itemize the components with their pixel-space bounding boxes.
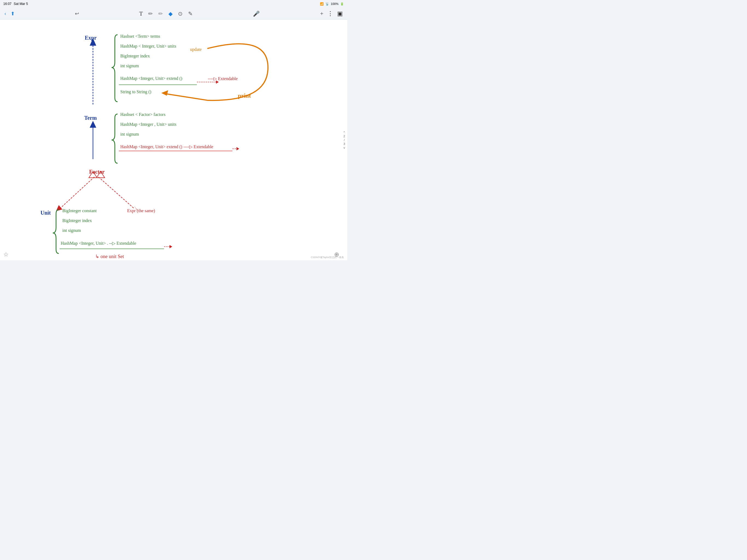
- mic-button[interactable]: 🎤: [253, 10, 260, 17]
- term-field-3: HashMap <Integer, Unit> extend () ----▷ …: [120, 144, 213, 149]
- wifi-icon: 📶: [320, 2, 324, 6]
- select-tool[interactable]: ⊙: [178, 10, 183, 17]
- shape-tool[interactable]: ◆: [169, 10, 173, 17]
- term-field-1: HashMap <Integer , Unit> units: [120, 122, 176, 127]
- term-field-2: int signum: [120, 132, 139, 137]
- battery-icon: 🔋: [340, 2, 344, 6]
- expr-field-1: HashMap < Integer, Unit> units: [120, 44, 176, 49]
- svg-marker-13: [161, 90, 168, 96]
- expr-extendable: ----▷ Extendable: [208, 76, 238, 81]
- expr-field-0: Hashset <Term> terms: [120, 34, 160, 39]
- lasso-tool[interactable]: ✎: [188, 10, 193, 17]
- factor-label: Factor: [89, 169, 105, 175]
- page-slash: /: [344, 138, 344, 142]
- share-button[interactable]: ⬆: [11, 11, 15, 17]
- add-button[interactable]: +: [320, 10, 324, 17]
- unit-field-3: HashMap <Integer, Unit> . --▷ Extendable: [61, 240, 136, 246]
- update-label: update: [190, 47, 202, 52]
- one-unit-set: ↳ one unit Set: [95, 253, 124, 259]
- unit-field-2: int signum: [62, 228, 81, 233]
- toolbar-right: + ⋮ ▣: [320, 10, 343, 17]
- svg-line-4: [60, 177, 94, 208]
- svg-marker-17: [236, 147, 239, 150]
- status-left: 16:07 Sat Mar 5: [3, 2, 28, 6]
- page-current: 2: [343, 134, 345, 138]
- date: Sat Mar 5: [14, 2, 28, 6]
- scroll-up[interactable]: ^: [343, 131, 345, 134]
- drawing-layer: [0, 20, 347, 260]
- scroll-indicators: ^ 2 / 3 v: [343, 131, 345, 149]
- pen-tool-1[interactable]: ✏: [148, 10, 153, 17]
- toolbar-left: ‹ ⬆: [4, 10, 15, 17]
- unit-field-0: BigInteger constant: [62, 208, 97, 213]
- status-right: 📶 📡 100% 🔋: [320, 2, 344, 6]
- signal-icon: 📡: [325, 2, 329, 6]
- status-bar: 16:07 Sat Mar 5 📶 📡 100% 🔋: [0, 0, 347, 8]
- expr-label: Expr: [85, 35, 97, 41]
- svg-marker-19: [170, 245, 172, 248]
- term-field-0: Hashset < Factor> factors: [120, 112, 165, 117]
- time: 16:07: [3, 2, 11, 6]
- svg-marker-5: [56, 205, 62, 211]
- print-label: print: [238, 92, 251, 99]
- doc-button[interactable]: ▣: [337, 10, 343, 17]
- svg-marker-3: [90, 121, 96, 128]
- canvas: Expr Hashset <Term> terms HashMap < Inte…: [0, 20, 347, 260]
- expr-same-label: Expr (the same): [127, 208, 155, 213]
- star-button[interactable]: ☆: [3, 251, 9, 258]
- toolbar: ‹ ⬆ ↩ T ✏ ✏ ◆ ⊙ ✎ 🎤 + ⋮ ▣: [0, 8, 347, 20]
- expr-field-2: BigInteger index: [120, 54, 150, 58]
- back-button[interactable]: ‹: [4, 10, 6, 17]
- unit-label: Unit: [41, 210, 51, 216]
- expr-field-3: int signum: [120, 63, 139, 68]
- battery: 100%: [331, 2, 338, 5]
- pen-tool-2[interactable]: ✏: [158, 10, 163, 17]
- more-button[interactable]: ⋮: [327, 10, 333, 17]
- scroll-down[interactable]: v: [343, 146, 345, 149]
- unit-field-1: BigInteger index: [62, 218, 92, 223]
- term-label: Term: [84, 115, 97, 121]
- watermark: CSDN中被Taylor拒过的一条鱼: [311, 256, 344, 259]
- toolbar-center: T ✏ ✏ ◆ ⊙ ✎: [139, 10, 193, 17]
- undo-button[interactable]: ↩: [75, 11, 79, 17]
- toolbar-mid: ↩: [75, 11, 79, 17]
- text-tool[interactable]: T: [139, 10, 143, 17]
- expr-field-5: String to String (): [120, 90, 151, 94]
- page-total: 3: [343, 142, 345, 146]
- expr-field-4: HashMap <Integer, Unit> extend (): [120, 76, 182, 81]
- svg-line-7: [98, 177, 134, 208]
